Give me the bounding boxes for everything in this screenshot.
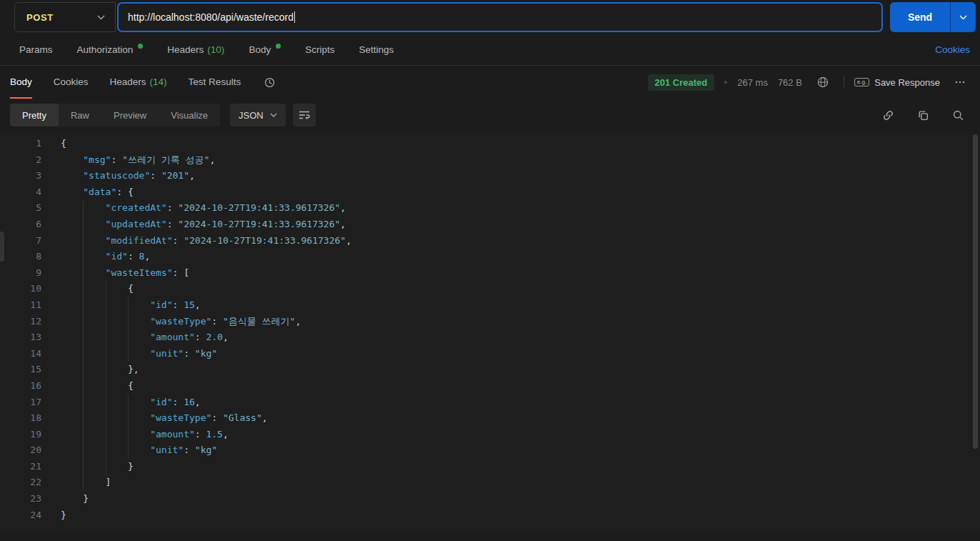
search-body-button[interactable] [948, 109, 969, 122]
status-badge[interactable]: 201 Created [648, 74, 715, 91]
tab-label: Body [10, 76, 32, 87]
indent-guide [61, 281, 83, 297]
indent-guide [83, 346, 105, 362]
save-response-button[interactable]: e.g. Save Response [854, 77, 940, 88]
response-time[interactable]: 267 ms [737, 77, 768, 88]
response-tab-body[interactable]: Body [10, 66, 32, 99]
scrollbar[interactable] [973, 134, 978, 527]
modified-dot [276, 44, 281, 49]
tab-scripts[interactable]: Scripts [305, 44, 334, 55]
indent-guide [128, 394, 150, 411]
indent-guide [61, 184, 83, 201]
wrap-line-icon [299, 110, 310, 120]
chevron-down-icon [959, 15, 967, 20]
indent-guide [106, 459, 128, 475]
tab-label: Test Results [189, 76, 241, 87]
mode-pretty[interactable]: Pretty [10, 104, 59, 126]
indent-guide [83, 233, 105, 249]
tab-authorization[interactable]: Authorization [77, 44, 144, 55]
line-number: 13 [0, 329, 41, 346]
line-number: 19 [0, 427, 41, 443]
tab-body[interactable]: Body [249, 44, 281, 55]
headers-count: (10) [207, 44, 224, 55]
line-number: 4 [0, 184, 41, 201]
indent-guide [128, 410, 150, 427]
chevron-down-icon [97, 15, 105, 20]
send-options-button[interactable] [950, 2, 976, 32]
indent-guide [61, 314, 83, 330]
indent-guide [83, 394, 105, 411]
send-button[interactable]: Send [890, 2, 950, 32]
line-number: 24 [0, 507, 41, 524]
line-number: 15 [0, 362, 41, 378]
method-selector[interactable]: POST [14, 2, 116, 32]
line-number: 9 [0, 265, 41, 282]
indent-guide [128, 329, 150, 346]
indent-guide [61, 152, 83, 169]
mode-visualize[interactable]: Visualize [159, 104, 220, 126]
indent-guide [106, 346, 128, 362]
indent-guide [61, 491, 83, 507]
copy-body-button[interactable] [913, 109, 934, 122]
indent-guide [61, 217, 83, 233]
line-number: 2 [0, 152, 41, 169]
more-options-button[interactable] [950, 76, 970, 89]
line-number: 18 [0, 410, 41, 427]
copy-link-button[interactable] [878, 109, 899, 122]
scrollbar-thumb[interactable] [973, 134, 978, 449]
indent-guide [83, 200, 105, 217]
tab-headers[interactable]: Headers (10) [167, 44, 224, 55]
code-line: 10{ [0, 281, 980, 297]
line-number: 23 [0, 491, 41, 507]
response-viewer-toolbar: Pretty Raw Preview Visualize JSON [0, 99, 980, 131]
line-number: 1 [0, 136, 41, 152]
line-number: 12 [0, 314, 41, 330]
save-response-label: Save Response [874, 77, 940, 88]
method-label: POST [26, 12, 54, 23]
sidebar-collapsed-handle[interactable] [0, 232, 4, 262]
code-line: 9"wasteItems": [ [0, 265, 980, 282]
indent-guide [83, 314, 105, 330]
mode-raw[interactable]: Raw [59, 104, 101, 126]
response-body: 1{2"msg": "쓰레기 기록 성공",3"statuscode": "20… [0, 131, 980, 532]
code-line: 21} [0, 459, 980, 475]
code-line: 7"modifiedAt": "2024-10-27T19:41:33.9617… [0, 233, 980, 249]
indent-guide [61, 442, 83, 459]
language-selector[interactable]: JSON [230, 104, 286, 126]
response-tab-headers[interactable]: Headers (14) [110, 66, 167, 99]
code-line: 3"statuscode": "201", [0, 168, 980, 184]
code-line: 8"id": 8, [0, 249, 980, 265]
network-info-button[interactable] [812, 75, 834, 89]
response-history-button[interactable] [259, 66, 280, 99]
tab-label: Scripts [305, 44, 334, 55]
code-line: 4"data": { [0, 184, 980, 201]
indent-guide [83, 297, 105, 314]
code-line: 14"unit": "kg" [0, 346, 980, 362]
tab-params[interactable]: Params [19, 44, 53, 55]
indent-guide [83, 378, 105, 394]
json-viewer[interactable]: 1{2"msg": "쓰레기 기록 성공",3"statuscode": "20… [0, 136, 980, 523]
send-split-button: Send [890, 2, 976, 32]
response-size[interactable]: 762 B [778, 77, 802, 88]
tab-label: Authorization [77, 44, 134, 55]
indent-guide [83, 410, 105, 427]
indent-guide [61, 297, 83, 314]
line-number: 6 [0, 217, 41, 233]
line-number: 7 [0, 233, 41, 249]
save-example-icon: e.g. [854, 78, 869, 86]
indent-guide [61, 200, 83, 217]
language-label: JSON [239, 110, 264, 121]
separator-dot [724, 81, 727, 84]
code-line: 13"amount": 2.0, [0, 329, 980, 346]
url-input[interactable]: http://localhost:8080/api/waste/record [117, 2, 883, 32]
indent-guide [128, 442, 150, 459]
wrap-line-button[interactable] [293, 104, 316, 126]
mode-preview[interactable]: Preview [101, 104, 159, 126]
response-tab-test-results[interactable]: Test Results [189, 66, 241, 99]
indent-guide [128, 427, 150, 443]
indent-guide [61, 427, 83, 443]
cookies-link[interactable]: Cookies [935, 44, 970, 55]
indent-guide [83, 329, 105, 346]
response-tab-cookies[interactable]: Cookies [54, 66, 89, 99]
tab-settings[interactable]: Settings [359, 44, 394, 55]
